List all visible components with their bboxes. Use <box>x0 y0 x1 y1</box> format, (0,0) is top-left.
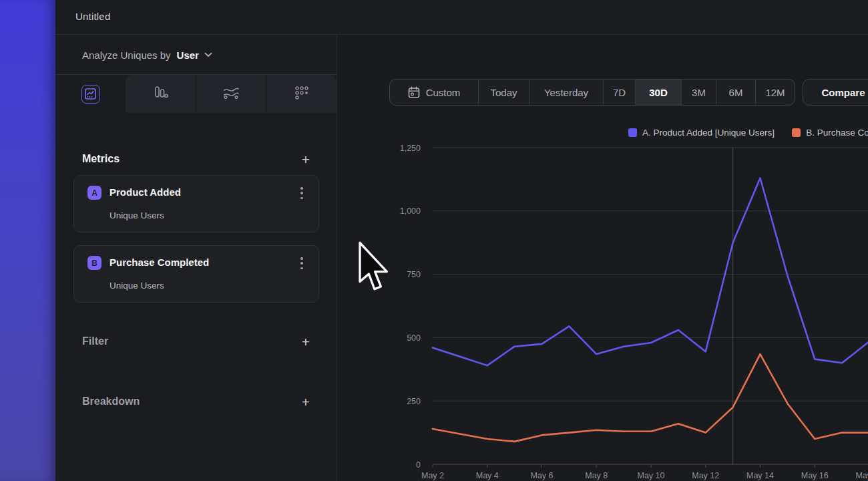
add-filter-button[interactable]: + <box>302 335 310 349</box>
chart-panel: Custom Today Yesterday 7D 30D 3M 6M 12M … <box>338 35 868 481</box>
metric-card-a[interactable]: A Product Added Unique Users <box>73 175 319 232</box>
add-breakdown-button[interactable]: + <box>302 395 310 409</box>
tab-line-chart[interactable] <box>55 75 126 113</box>
range-30d-button[interactable]: 30D <box>635 79 681 105</box>
line-chart-icon <box>81 85 100 104</box>
breakdown-heading: Breakdown <box>82 395 140 408</box>
filter-heading: Filter <box>82 335 108 347</box>
tab-flows[interactable] <box>195 75 266 113</box>
metric-b-name: Purchase Completed <box>110 257 209 268</box>
metric-a-name: Product Added <box>110 186 181 198</box>
kebab-menu-icon[interactable] <box>297 257 306 270</box>
range-7d-button[interactable]: 7D <box>603 79 635 105</box>
chart-type-tab-group <box>126 75 337 113</box>
metric-b-subtitle[interactable]: Unique Users <box>110 281 164 291</box>
metric-a-subtitle[interactable]: Unique Users <box>110 210 164 220</box>
background-gradient-strip <box>0 0 55 481</box>
range-6m-button[interactable]: 6M <box>716 79 755 105</box>
metrics-heading: Metrics <box>82 153 120 165</box>
legend-swatch-b <box>792 128 801 137</box>
range-yesterday-button[interactable]: Yesterday <box>529 79 603 105</box>
analyze-by-label: Analyze Uniques by <box>82 49 171 61</box>
range-custom-label: Custom <box>426 87 461 98</box>
metric-b-badge: B <box>87 256 101 270</box>
metric-card-b[interactable]: B Purchase Completed Unique Users <box>73 245 319 303</box>
add-metric-button[interactable]: + <box>302 152 310 166</box>
calendar-icon <box>408 86 420 99</box>
bar-chart-icon <box>152 86 169 103</box>
range-3m-button[interactable]: 3M <box>681 79 716 105</box>
tab-grid[interactable] <box>266 75 337 113</box>
legend-label-a: A. Product Added [Unique Users] <box>642 128 775 138</box>
range-today-button[interactable]: Today <box>478 79 529 105</box>
dot-grid-icon <box>294 85 310 104</box>
filter-header: Filter + <box>82 329 310 353</box>
metrics-header: Metrics + <box>82 146 310 172</box>
report-title[interactable]: Untitled <box>75 11 110 22</box>
app-window: Untitled Analyze Uniques by User <box>0 0 868 481</box>
date-range-picker: Custom Today Yesterday 7D 30D 3M 6M 12M <box>389 79 795 106</box>
top-header: Untitled <box>55 0 868 35</box>
tab-bar-chart[interactable] <box>126 75 195 113</box>
analyze-by-row: Analyze Uniques by User <box>55 35 337 75</box>
chart-type-tabs <box>55 75 337 113</box>
range-custom-button[interactable]: Custom <box>390 79 478 105</box>
metric-a-badge: A <box>87 186 101 200</box>
query-sidebar: Analyze Uniques by User <box>55 35 337 481</box>
legend-swatch-a <box>628 128 637 137</box>
flows-icon <box>222 86 240 102</box>
range-12m-button[interactable]: 12M <box>755 79 795 105</box>
chevron-down-icon[interactable] <box>204 52 212 57</box>
analyze-by-value[interactable]: User <box>177 49 199 61</box>
chart-legend: A. Product Added [Unique Users] B. Purch… <box>628 128 868 138</box>
compare-button[interactable]: Compare <box>803 79 868 106</box>
breakdown-header: Breakdown + <box>82 389 310 414</box>
kebab-menu-icon[interactable] <box>297 186 306 200</box>
legend-label-b: B. Purchase Completed [Unique Users] <box>806 128 868 138</box>
